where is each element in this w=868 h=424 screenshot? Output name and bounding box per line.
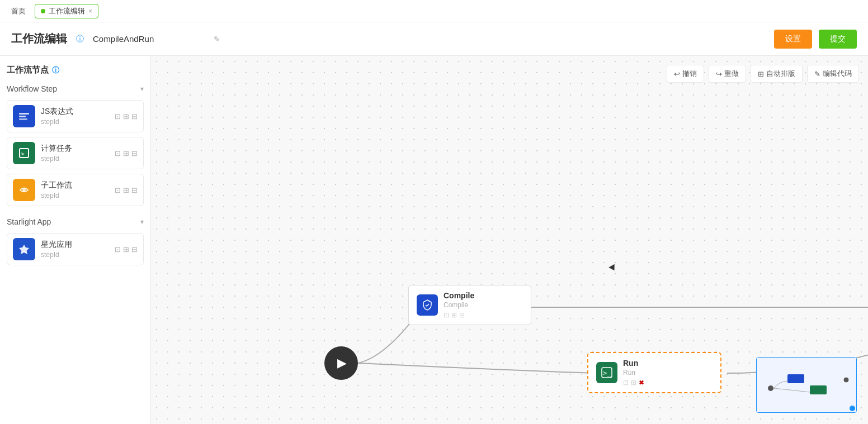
node-actions-compute: ⊡ ⊞ ⊟	[115, 149, 138, 158]
header-actions: 设置 提交	[774, 30, 857, 49]
compile-action-copy[interactable]: ⊡	[444, 311, 449, 319]
node-edit-icon-starlight[interactable]: ⊞	[123, 245, 129, 254]
node-edit-icon-js[interactable]: ⊞	[123, 112, 129, 121]
compile-node-sub: Compile	[444, 301, 523, 309]
run-action-delete[interactable]: ✖	[639, 379, 644, 387]
svg-rect-2	[19, 118, 27, 120]
node-delete-icon-compute[interactable]: ⊟	[131, 149, 138, 158]
run-node-icon: >_	[596, 362, 617, 383]
flow-node-compile[interactable]: Compile Compile ⊡ ⊞ ⊟	[408, 285, 531, 325]
group-header-workflow-step[interactable]: Workflow Step ▾	[7, 82, 144, 96]
node-name-js: JS表达式	[41, 107, 115, 117]
node-copy-icon-starlight[interactable]: ⊡	[115, 245, 121, 254]
compile-node-icon	[417, 294, 438, 316]
tab-label: 工作流编辑	[49, 6, 85, 16]
nav-tab-workflow[interactable]: 工作流编辑 ×	[35, 4, 98, 18]
node-edit-icon-compute[interactable]: ⊞	[123, 149, 129, 158]
node-delete-icon-starlight[interactable]: ⊟	[131, 245, 138, 254]
sidebar-group-starlight: Starlight App ▾ 星光应用 stepId ⊡ ⊞ ⊟	[7, 215, 144, 265]
undo-icon: ↩	[674, 70, 680, 78]
nav-home[interactable]: 首页	[7, 4, 30, 18]
node-actions-js: ⊡ ⊞ ⊟	[115, 112, 138, 121]
node-info-subflow: 子工作流 stepId	[41, 180, 115, 199]
sidebar-section-title: 工作流节点 ⓘ	[7, 65, 144, 75]
tab-close-icon[interactable]: ×	[88, 7, 92, 15]
node-card-js-expression[interactable]: JS表达式 stepId ⊡ ⊞ ⊟	[7, 100, 144, 132]
mini-map-inner	[757, 358, 856, 412]
main-layout: 工作流节点 ⓘ Workflow Step ▾ JS表达式	[0, 56, 868, 424]
edit-code-label: 编辑代码	[823, 69, 852, 79]
redo-label: 重做	[724, 69, 739, 79]
page-title: 工作流编辑	[11, 31, 67, 46]
submit-button[interactable]: 提交	[819, 30, 857, 49]
node-info-js: JS表达式 stepId	[41, 107, 115, 126]
cursor-indicator	[608, 264, 617, 273]
node-delete-icon-js[interactable]: ⊟	[131, 112, 138, 121]
run-action-copy[interactable]: ⊡	[623, 379, 629, 387]
start-node[interactable]: ▶	[324, 346, 358, 380]
run-node-actions: ⊡ ⊞ ✖	[623, 379, 713, 387]
canvas-toolbar: ↩ 撤销 ↪ 重做 ⊞ 自动排版 ✎ 编辑代码	[667, 65, 859, 83]
run-node-title: Run	[623, 359, 713, 368]
workflow-name-input[interactable]	[93, 34, 205, 44]
redo-button[interactable]: ↪ 重做	[709, 65, 746, 83]
node-delete-icon-subflow[interactable]: ⊟	[131, 186, 138, 194]
node-card-subflow[interactable]: 子工作流 stepId ⊡ ⊞ ⊟	[7, 174, 144, 206]
run-action-edit[interactable]: ⊞	[631, 379, 636, 387]
header-bar: 工作流编辑 ⓘ ✎ 设置 提交	[0, 22, 868, 56]
node-id-compute: stepId	[41, 155, 115, 163]
compile-action-edit[interactable]: ⊞	[451, 311, 457, 319]
run-node-sub: Run	[623, 369, 713, 377]
compile-node-actions: ⊡ ⊞ ⊟	[444, 311, 523, 319]
compile-node-title: Compile	[444, 291, 523, 300]
node-copy-icon-subflow[interactable]: ⊡	[115, 186, 121, 194]
svg-text:>_: >_	[21, 150, 29, 158]
svg-text:>_: >_	[603, 369, 611, 377]
flow-node-run[interactable]: >_ Run Run ⊡ ⊞ ✖	[587, 352, 721, 393]
node-card-compute[interactable]: >_ 计算任务 stepId ⊡ ⊞ ⊟	[7, 137, 144, 169]
node-actions-starlight: ⊡ ⊞ ⊟	[115, 245, 138, 254]
node-copy-icon-compute[interactable]: ⊡	[115, 149, 121, 158]
svg-point-9	[843, 377, 849, 383]
node-name-starlight: 星光应用	[41, 240, 115, 250]
mini-map-resize-handle[interactable]	[850, 406, 855, 411]
node-id-starlight: stepId	[41, 251, 115, 259]
undo-label: 撤销	[682, 69, 697, 79]
group-header-starlight[interactable]: Starlight App ▾	[7, 215, 144, 228]
svg-rect-0	[19, 113, 29, 115]
node-edit-icon-subflow[interactable]: ⊞	[123, 186, 129, 194]
redo-icon: ↪	[716, 70, 722, 78]
sidebar-title-text: 工作流节点	[7, 65, 49, 75]
mini-connections	[757, 358, 856, 412]
svg-point-8	[768, 385, 773, 391]
canvas-area[interactable]: ↩ 撤销 ↪ 重做 ⊞ 自动排版 ✎ 编辑代码	[151, 56, 868, 424]
group-arrow-workflow-step: ▾	[140, 85, 144, 93]
node-card-starlight-app[interactable]: 星光应用 stepId ⊡ ⊞ ⊟	[7, 233, 144, 265]
node-name-subflow: 子工作流	[41, 180, 115, 190]
header-info-icon[interactable]: ⓘ	[76, 34, 84, 44]
group-arrow-starlight: ▾	[140, 218, 144, 226]
auto-layout-icon: ⊞	[758, 70, 764, 78]
run-node-info: Run Run ⊡ ⊞ ✖	[623, 359, 713, 387]
compile-node-info: Compile Compile ⊡ ⊞ ⊟	[444, 291, 523, 319]
edit-code-icon: ✎	[814, 70, 820, 78]
node-copy-icon-js[interactable]: ⊡	[115, 112, 121, 121]
group-label-starlight: Starlight App	[7, 217, 51, 226]
node-name-compute: 计算任务	[41, 144, 115, 154]
node-icon-subflow	[13, 179, 35, 201]
node-actions-subflow: ⊡ ⊞ ⊟	[115, 186, 138, 194]
edit-name-icon[interactable]: ✎	[214, 35, 220, 44]
edit-code-button[interactable]: ✎ 编辑代码	[807, 65, 859, 83]
undo-button[interactable]: ↩ 撤销	[667, 65, 704, 83]
compile-action-delete[interactable]: ⊟	[459, 311, 465, 319]
auto-layout-button[interactable]: ⊞ 自动排版	[751, 65, 803, 83]
node-id-js: stepId	[41, 118, 115, 126]
sidebar-info-icon[interactable]: ⓘ	[52, 65, 59, 75]
start-icon: ▶	[337, 356, 347, 370]
sidebar-group-workflow-step: Workflow Step ▾ JS表达式 stepId ⊡	[7, 82, 144, 206]
top-nav: 首页 工作流编辑 ×	[0, 0, 868, 22]
settings-button[interactable]: 设置	[774, 30, 812, 49]
auto-layout-label: 自动排版	[766, 69, 795, 79]
node-id-subflow: stepId	[41, 192, 115, 199]
mini-map[interactable]	[756, 357, 857, 413]
